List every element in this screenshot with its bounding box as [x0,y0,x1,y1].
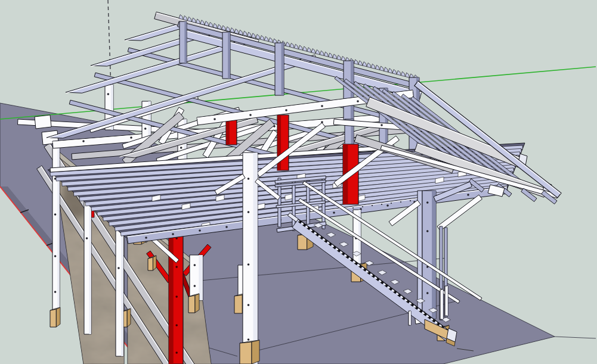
red-steel-post-bolt [175,324,178,326]
interior-post-bolt [194,285,196,287]
queen-post-bolt [180,147,182,149]
girder-bolts [249,114,252,116]
rim-bolts [145,237,147,239]
queen-post-bolt [144,127,147,130]
footing [234,295,242,313]
rim-bolts [467,194,469,196]
girder-bolts [82,140,85,142]
front-corner-post-bolt [248,263,250,266]
front-corner-post-bolt [248,304,250,306]
modeling-viewport[interactable] [0,0,597,364]
footing-side [252,340,259,364]
girder-bolts [357,100,359,102]
girder-bolts [285,109,287,111]
wall-post-bolt [54,291,57,293]
footing-side [56,307,60,327]
corner-post-bolt [426,230,429,232]
red-steel-post-bolt [175,266,178,268]
front-corner-post-bolt [248,211,250,213]
girder-bolts [214,118,216,120]
rim-bolts-small [362,206,363,207]
wall-post-bolt [86,237,88,239]
baluster-side [443,290,444,319]
rim-bolts-small [352,207,354,209]
front-corner-post-bolt [248,338,250,341]
red-steel-post-bolt [175,295,178,298]
footing [148,257,153,270]
baluster-side [410,311,411,325]
ridge-post-side [184,21,187,63]
rim-bolts [386,204,389,207]
queen-post-bolt [107,93,110,95]
wall-post-bolt [117,267,120,269]
corner-post-bolt [426,201,429,204]
girder-bolts [130,136,132,139]
corner-post-side [432,191,436,319]
rim-bolts-small [410,200,411,201]
scene-svg[interactable] [0,0,597,364]
rim-bolts [225,226,228,228]
ridge-post-side [228,32,230,79]
rim-bolts-small [372,205,373,206]
front-corner-post-bolt [248,178,250,180]
red-steel-post-shade [169,225,174,364]
red-steel-post-bolt [175,351,178,354]
girder-bolts [321,105,323,107]
footing-side [195,294,199,313]
rim-bolts [199,229,201,232]
wall-post-bolt [54,213,57,216]
girt-bolt [381,124,383,126]
rim-bolts-small [400,201,401,203]
wall-post-bolt [54,255,57,257]
rim-bolts-small [391,203,392,204]
footing [240,342,252,364]
rim-bolts [333,211,335,214]
scene-root [0,0,597,364]
footing [50,309,56,327]
interior-post-bolt [194,264,196,266]
rim-bolts-small [381,204,382,205]
baluster-side [447,286,448,316]
girt-clamp [35,115,51,129]
ridge-post-side [282,43,284,95]
front-corner-post-side [253,153,258,364]
corner-post-bolt [426,292,429,294]
footing-side [127,309,131,327]
footing [188,295,195,313]
rim-bolts [172,233,174,235]
footing-side [153,256,156,270]
